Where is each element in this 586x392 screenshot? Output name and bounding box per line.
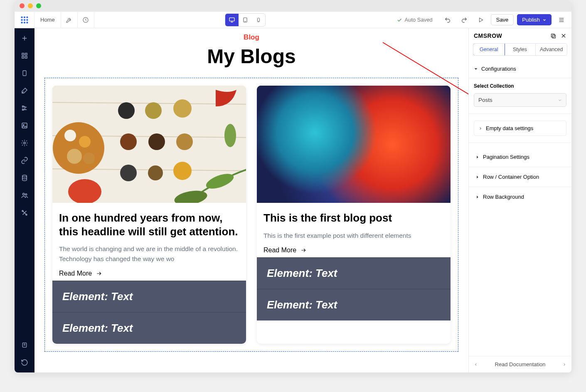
read-more-label: Read More: [59, 270, 92, 277]
device-toggle: [225, 13, 266, 27]
row-label: Empty data settings: [486, 125, 533, 131]
chevron-right-icon: [478, 126, 483, 131]
svg-point-47: [148, 165, 163, 180]
close-icon[interactable]: [561, 33, 566, 39]
svg-point-23: [22, 175, 27, 177]
section-configurations[interactable]: Configurations: [469, 60, 571, 78]
image-icon[interactable]: [20, 121, 29, 130]
svg-point-43: [120, 133, 137, 150]
svg-point-38: [83, 153, 95, 164]
page-icon[interactable]: [20, 69, 29, 77]
row-label: Row Background: [483, 194, 524, 200]
svg-point-25: [25, 194, 27, 195]
svg-point-5: [26, 19, 28, 20]
wrench-icon[interactable]: [61, 12, 78, 28]
element-placeholder[interactable]: Element: Text: [257, 289, 451, 321]
blog-card[interactable]: This is the first blog post This is the …: [257, 86, 451, 344]
home-button[interactable]: Home: [34, 12, 61, 28]
database-icon[interactable]: [20, 174, 29, 182]
arrow-right-icon: [300, 247, 307, 253]
pagination-settings[interactable]: Pagination Settings: [474, 150, 566, 164]
users-icon[interactable]: [20, 191, 29, 200]
svg-point-7: [23, 22, 25, 23]
add-element-icon[interactable]: [20, 34, 29, 42]
card-image: [52, 86, 246, 203]
read-docs-link[interactable]: Read Documentation: [495, 361, 545, 367]
canvas[interactable]: Blog My Blogs: [34, 28, 468, 372]
svg-point-6: [21, 22, 22, 23]
svg-rect-19: [23, 71, 26, 76]
card-excerpt: The world is changing and we are in the …: [59, 244, 239, 264]
undo-button[interactable]: [441, 13, 454, 27]
svg-point-22: [24, 142, 26, 144]
row-container-option[interactable]: Row / Container Option: [474, 170, 566, 184]
tab-styles[interactable]: Styles: [505, 44, 536, 55]
panel-tabs: General Styles Advanced: [473, 43, 567, 56]
panel-footer: Read Documentation: [469, 356, 571, 372]
empty-data-settings[interactable]: Empty data settings: [474, 121, 566, 136]
redo-button[interactable]: [458, 13, 471, 27]
svg-point-35: [64, 130, 76, 141]
select-value: Posts: [478, 97, 492, 103]
svg-point-12: [245, 21, 246, 22]
svg-point-24: [23, 193, 25, 195]
svg-point-41: [145, 102, 162, 119]
save-button[interactable]: Save: [491, 14, 514, 25]
tree-icon[interactable]: [20, 104, 29, 112]
publish-button[interactable]: Publish: [517, 14, 552, 25]
element-placeholder[interactable]: Element: Text: [52, 281, 246, 312]
arrow-right-icon: [95, 271, 103, 276]
history-icon[interactable]: [20, 358, 29, 367]
svg-point-2: [26, 16, 28, 18]
chevron-left-icon[interactable]: [474, 362, 478, 367]
svg-point-48: [173, 162, 192, 180]
chevron-right-icon[interactable]: [562, 362, 566, 367]
minimize-dot[interactable]: [28, 3, 33, 8]
hamburger-menu[interactable]: [555, 13, 568, 27]
tools-icon[interactable]: [20, 209, 29, 217]
svg-point-0: [21, 16, 22, 18]
close-dot[interactable]: [20, 3, 25, 8]
svg-point-1: [23, 16, 25, 18]
svg-point-42: [173, 99, 192, 118]
design-icon[interactable]: [20, 86, 29, 95]
blog-card[interactable]: In one hundred years from now, this head…: [52, 86, 246, 344]
properties-panel: CMSROW General Styles Advanced Configura…: [468, 28, 571, 372]
app-logo[interactable]: [15, 12, 34, 28]
settings-icon[interactable]: [20, 139, 29, 147]
mobile-view-button[interactable]: [252, 14, 265, 26]
element-placeholder[interactable]: Element: Text: [257, 257, 451, 289]
layout-grid-icon[interactable]: [20, 52, 29, 60]
chevron-down-icon: [558, 98, 562, 102]
chevron-down-icon: [542, 18, 547, 22]
tab-advanced[interactable]: Advanced: [536, 44, 567, 55]
autosave-status: Auto Saved: [396, 17, 433, 23]
tablet-view-button[interactable]: [239, 14, 252, 26]
svg-point-46: [120, 165, 137, 181]
svg-point-36: [79, 136, 91, 148]
svg-point-21: [23, 124, 24, 125]
collection-select[interactable]: Posts: [474, 93, 566, 107]
svg-point-51: [224, 124, 236, 147]
desktop-view-button[interactable]: [225, 14, 239, 26]
card-excerpt: This is the first example post with diff…: [263, 231, 444, 241]
copy-icon[interactable]: [550, 33, 556, 39]
tab-general[interactable]: General: [473, 43, 505, 56]
svg-rect-15: [22, 53, 24, 55]
clock-icon[interactable]: [78, 12, 94, 28]
autosave-label: Auto Saved: [405, 17, 433, 23]
preview-button[interactable]: [474, 13, 488, 27]
cmsrow-selection[interactable]: In one hundred years from now, this head…: [44, 78, 458, 352]
element-placeholder[interactable]: Element: Text: [52, 312, 246, 344]
svg-point-3: [21, 19, 22, 20]
link-icon[interactable]: [20, 156, 29, 165]
book-icon[interactable]: [20, 341, 29, 349]
svg-rect-17: [22, 57, 24, 59]
svg-point-45: [176, 133, 193, 150]
read-more-label: Read More: [263, 247, 296, 254]
read-more-link[interactable]: Read More: [52, 270, 246, 281]
row-background[interactable]: Row Background: [474, 190, 566, 204]
row-label: Row / Container Option: [483, 174, 539, 180]
read-more-link[interactable]: Read More: [257, 247, 451, 257]
maximize-dot[interactable]: [36, 3, 41, 8]
